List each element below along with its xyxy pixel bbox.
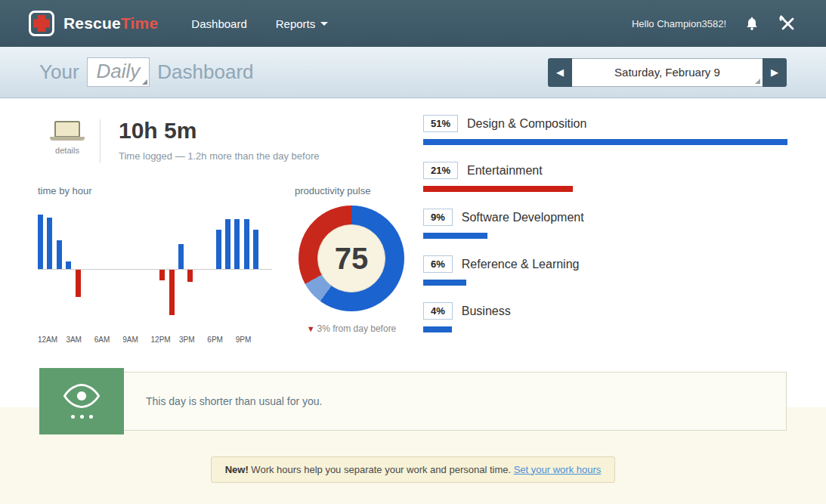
hour-bar-distracting xyxy=(169,270,175,315)
settings-tools-icon[interactable] xyxy=(778,14,797,32)
category-percent-badge: 9% xyxy=(423,209,453,226)
notice-message: This day is shorter than usual for you. xyxy=(146,395,322,407)
details-link[interactable]: details xyxy=(45,119,89,155)
category-label: Reference & Learning xyxy=(462,258,580,271)
hour-bar-productive xyxy=(178,244,184,269)
productivity-pulse-title: productivity pulse xyxy=(295,185,408,196)
hour-chart-plot: 12AM 3AM 6AM 9AM 12PM 3PM 6PM 9PM xyxy=(38,203,287,350)
hour-bar-productive xyxy=(57,240,62,269)
time-logged-summary: details 10h 5m Time logged — 1.2h more t… xyxy=(45,119,319,163)
tick-label: 9PM xyxy=(236,335,264,344)
notifications-bell-icon[interactable] xyxy=(744,15,759,32)
category-percent-badge: 51% xyxy=(423,115,458,132)
set-work-hours-link[interactable]: Set your work hours xyxy=(514,464,602,475)
category-percent-badge: 21% xyxy=(423,162,458,179)
x-axis-line xyxy=(38,269,272,270)
brand-rescue: Rescue xyxy=(63,14,121,32)
category-bar xyxy=(423,139,787,145)
productivity-donut: 75 xyxy=(299,206,404,311)
time-logged-value: 10h 5m xyxy=(119,119,319,142)
page-title: Your Daily Dashboard xyxy=(39,57,254,87)
top-navbar: RescueTime Dashboard Reports Hello Champ… xyxy=(0,0,826,47)
ellipsis-dots-icon xyxy=(71,415,93,419)
hour-bar-distracting xyxy=(159,270,165,280)
nav-reports[interactable]: Reports xyxy=(276,17,329,30)
details-label: details xyxy=(45,146,89,155)
tick-label: 6AM xyxy=(94,335,122,344)
nav-dashboard-label: Dashboard xyxy=(191,17,246,30)
period-selector[interactable]: Daily xyxy=(87,57,150,87)
laptop-icon xyxy=(45,121,89,141)
category-row-design[interactable]: 51% Design & Composition xyxy=(423,115,787,145)
divider xyxy=(100,119,101,163)
category-row-entertainment[interactable]: 21% Entertainment xyxy=(423,162,787,192)
hour-bar-productive xyxy=(225,219,230,269)
productivity-pulse: productivity pulse 75 ▼3% from day befor… xyxy=(295,185,408,334)
rescuetime-brand[interactable]: RescueTime xyxy=(29,11,158,36)
category-row-reference[interactable]: 6% Reference & Learning xyxy=(423,255,787,286)
dashboard-main: details 10h 5m Time logged — 1.2h more t… xyxy=(0,98,826,368)
hour-bar-distracting xyxy=(187,270,193,282)
work-hours-text: Work hours help you separate your work a… xyxy=(249,464,514,475)
tick-label: 12PM xyxy=(151,335,179,344)
hour-bar-productive xyxy=(38,215,43,269)
time-by-hour-title: time by hour xyxy=(38,185,287,196)
insight-notice: This day is shorter than usual for you. xyxy=(0,368,826,434)
chevron-down-icon xyxy=(320,22,328,26)
pulse-delta-text: 3% from day before xyxy=(317,323,397,334)
brand-time: Time xyxy=(121,14,158,32)
delta-down-arrow-icon: ▼ xyxy=(307,324,315,333)
title-suffix: Dashboard xyxy=(157,60,253,84)
tick-label: 9AM xyxy=(122,335,150,344)
left-arrow-icon: ◀ xyxy=(556,66,564,78)
current-date-label: Saturday, February 9 xyxy=(614,66,720,79)
time-logged-subtitle: Time logged — 1.2h more than the day bef… xyxy=(119,150,319,162)
eye-icon xyxy=(62,384,101,408)
time-by-hour-chart: time by hour 12AM 3AM 6AM 9AM 12PM 3PM 6… xyxy=(38,185,287,350)
hour-bar-productive xyxy=(66,261,71,269)
nav-dashboard[interactable]: Dashboard xyxy=(191,17,246,30)
notice-message-box: This day is shorter than usual for you. xyxy=(39,372,787,431)
brand-text: RescueTime xyxy=(63,14,158,32)
date-navigator: ◀ Saturday, February 9 ▶ xyxy=(548,58,787,87)
date-picker[interactable]: Saturday, February 9 xyxy=(572,58,763,87)
title-prefix: Your xyxy=(39,60,79,84)
category-percent-badge: 4% xyxy=(423,302,453,320)
hour-bar-productive xyxy=(244,219,249,269)
tick-label: 3PM xyxy=(179,335,207,344)
category-bar xyxy=(423,280,466,286)
next-day-button[interactable]: ▶ xyxy=(763,58,787,87)
insight-icon-block xyxy=(39,368,124,434)
work-hours-banner: New! Work hours help you separate your w… xyxy=(211,456,616,483)
nav-reports-label: Reports xyxy=(276,17,316,30)
category-list: 51% Design & Composition 21% Entertainme… xyxy=(423,115,787,349)
category-label: Design & Composition xyxy=(467,117,586,131)
user-greeting: Hello Champion3582! xyxy=(632,18,726,29)
category-row-business[interactable]: 4% Business xyxy=(423,302,787,332)
category-percent-badge: 6% xyxy=(423,255,453,273)
new-badge: New! xyxy=(225,464,249,475)
hour-bar-productive xyxy=(253,230,258,269)
hour-bar-distracting xyxy=(76,270,81,297)
pulse-score: 75 xyxy=(317,224,385,292)
category-label: Software Development xyxy=(462,211,584,224)
category-bar xyxy=(423,233,487,239)
previous-day-button[interactable]: ◀ xyxy=(548,58,572,87)
right-arrow-icon: ▶ xyxy=(771,66,778,78)
pulse-delta: ▼3% from day before xyxy=(295,323,408,334)
tick-label: 3AM xyxy=(66,335,94,344)
rescuetime-logo-icon xyxy=(29,11,54,36)
category-label: Business xyxy=(462,305,511,318)
category-row-software[interactable]: 9% Software Development xyxy=(423,209,787,239)
footer-area: New! Work hours help you separate your w… xyxy=(0,434,826,504)
hour-bar-productive xyxy=(216,230,221,269)
tick-label: 6PM xyxy=(207,335,235,344)
hour-bar-productive xyxy=(234,219,240,269)
category-bar xyxy=(423,186,573,192)
hour-chart-ticks: 12AM 3AM 6AM 9AM 12PM 3PM 6PM 9PM xyxy=(38,335,265,344)
tick-label: 12AM xyxy=(38,335,66,344)
dashboard-header: Your Daily Dashboard ◀ Saturday, Februar… xyxy=(0,47,826,98)
category-label: Entertainment xyxy=(467,164,543,178)
category-bar xyxy=(423,326,452,332)
hour-bar-productive xyxy=(47,218,52,269)
